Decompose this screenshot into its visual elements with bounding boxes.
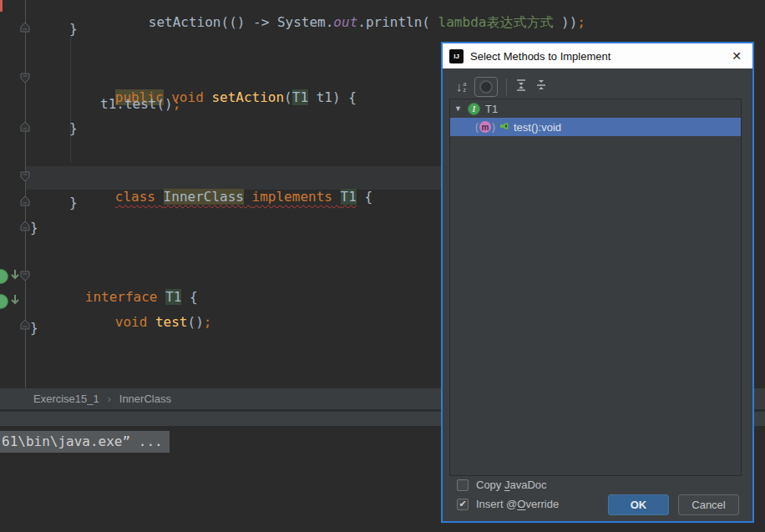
implemented-marker-icon[interactable] — [0, 269, 8, 284]
implemented-arrow-icon[interactable] — [9, 269, 21, 282]
code-line: } — [69, 20, 78, 38]
breadcrumb-item-file[interactable]: Exercise15_1 — [33, 393, 99, 405]
cancel-button[interactable]: Cancel — [678, 494, 739, 515]
select-methods-dialog: IJ Select Methods to Implement ✕ ↓ az ▼ … — [441, 42, 754, 523]
toolbar-separator — [506, 79, 507, 95]
code-line: void test(); — [67, 295, 211, 350]
ok-button[interactable]: OK — [608, 494, 669, 515]
tree-node-label: T1 — [485, 103, 498, 115]
tree-node-method-selected[interactable]: ( m ) test():void — [450, 118, 741, 136]
circle-icon — [479, 80, 493, 94]
fold-marker-collapse-icon[interactable] — [18, 318, 32, 332]
fold-marker-collapse-icon[interactable] — [18, 120, 32, 134]
code-line: t1.test(); — [100, 95, 180, 114]
code-line: class InnerClass implements T1 { — [67, 170, 372, 225]
sort-alphabetically-icon[interactable]: ↓ az — [456, 81, 466, 93]
implemented-marker-icon[interactable] — [0, 294, 8, 309]
methods-tree: ▼ I T1 ( m ) test():void — [449, 99, 742, 476]
error-stripe-icon — [0, 0, 3, 12]
insert-override-option[interactable]: ✔ Insert @Override — [457, 498, 559, 510]
breadcrumb-item-class[interactable]: InnerClass — [119, 393, 171, 405]
copy-javadoc-option[interactable]: Copy JavaDoc — [457, 479, 547, 491]
fold-marker-collapse-icon[interactable] — [18, 195, 32, 208]
fold-marker-collapse-icon[interactable] — [18, 21, 32, 34]
dialog-title: Select Methods to Implement — [470, 50, 719, 63]
collapse-all-icon[interactable] — [535, 79, 547, 95]
checkbox-unchecked[interactable] — [457, 479, 469, 491]
implemented-arrow-icon[interactable] — [9, 294, 21, 307]
tree-node-interface[interactable]: ▼ I T1 — [450, 99, 741, 118]
fold-marker-collapse-icon[interactable] — [18, 220, 32, 233]
abstract-method-icon: ( m ) — [475, 121, 495, 133]
fold-marker-expand-icon[interactable] — [18, 170, 32, 183]
intellij-logo-icon: IJ — [449, 49, 464, 63]
breadcrumb-separator-icon: › — [108, 393, 111, 405]
fold-marker-expand-icon[interactable] — [18, 71, 32, 84]
checkbox-checked[interactable]: ✔ — [457, 499, 469, 510]
public-visibility-icon — [499, 121, 509, 134]
dialog-titlebar[interactable]: IJ Select Methods to Implement ✕ — [443, 43, 752, 68]
tree-method-label: test():void — [514, 121, 561, 134]
show-classes-toggle[interactable] — [474, 77, 498, 97]
code-line: } — [69, 119, 78, 138]
expand-all-icon[interactable] — [515, 79, 527, 95]
interface-icon: I — [468, 103, 480, 115]
console-output-text[interactable]: 61\bin\java.exe” ... — [0, 431, 170, 453]
checkbox-label: Insert @Override — [476, 498, 559, 510]
ide-window: setAction(() -> System.out.println( lamb… — [0, 0, 765, 532]
close-icon[interactable]: ✕ — [726, 46, 747, 66]
chevron-down-icon[interactable]: ▼ — [454, 104, 463, 113]
checkbox-label: Copy JavaDoc — [476, 479, 547, 491]
code-line: } — [69, 194, 78, 212]
